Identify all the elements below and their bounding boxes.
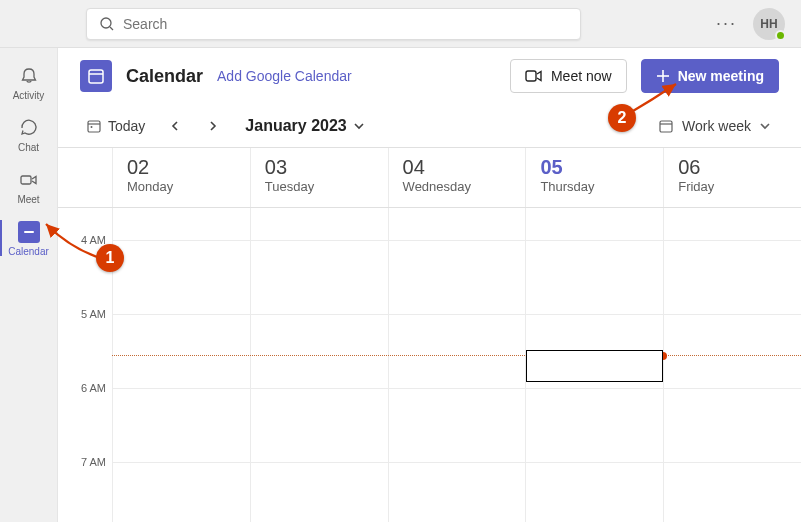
avatar-initials: HH <box>760 17 777 31</box>
chevron-right-icon <box>207 120 219 132</box>
new-meeting-label: New meeting <box>678 68 764 84</box>
new-meeting-button[interactable]: New meeting <box>641 59 779 93</box>
day-col-tue[interactable] <box>250 208 388 522</box>
page-header: Calendar Add Google Calendar Meet now Ne… <box>58 48 801 104</box>
day-number: 04 <box>403 156 512 179</box>
search-input[interactable] <box>123 16 568 32</box>
time-label: 6 AM <box>81 382 106 394</box>
day-name: Wednesday <box>403 179 512 194</box>
day-number: 02 <box>127 156 236 179</box>
svg-rect-2 <box>21 176 31 184</box>
meet-now-label: Meet now <box>551 68 612 84</box>
day-number: 05 <box>540 156 649 179</box>
svg-rect-5 <box>526 71 536 81</box>
calendar-app-icon <box>80 60 112 92</box>
view-picker[interactable]: Work week <box>650 114 779 138</box>
time-label: 5 AM <box>81 308 106 320</box>
svg-rect-3 <box>89 70 103 83</box>
time-label: 7 AM <box>81 456 106 468</box>
day-columns <box>112 208 801 522</box>
rail-item-label: Activity <box>13 90 45 101</box>
chevron-down-icon <box>759 120 771 132</box>
today-button[interactable]: Today <box>80 114 151 138</box>
view-label: Work week <box>682 118 751 134</box>
rail-item-chat[interactable]: Chat <box>0 108 57 160</box>
svg-point-0 <box>101 18 111 28</box>
day-col-wed[interactable] <box>388 208 526 522</box>
month-label: January 2023 <box>245 117 346 135</box>
day-number: 06 <box>678 156 787 179</box>
presence-available-icon <box>775 30 786 41</box>
day-col-thu[interactable] <box>525 208 663 522</box>
day-header-wed[interactable]: 04Wednesday <box>388 148 526 207</box>
day-header-thu[interactable]: 05Thursday <box>525 148 663 207</box>
chevron-down-icon <box>353 120 365 132</box>
video-icon <box>17 168 41 192</box>
search-icon <box>99 16 115 32</box>
rail-item-calendar[interactable]: Calendar <box>0 212 57 264</box>
annotation-badge-1: 1 <box>96 244 124 272</box>
rail-item-activity[interactable]: Activity <box>0 56 57 108</box>
svg-point-10 <box>91 126 93 128</box>
svg-line-1 <box>110 27 113 30</box>
meet-now-button[interactable]: Meet now <box>510 59 627 93</box>
search-box[interactable] <box>86 8 581 40</box>
plus-icon <box>656 69 670 83</box>
current-time-indicator <box>112 355 801 356</box>
calendar-grid[interactable]: 4 AM 5 AM 6 AM 7 AM 8 AM <box>58 208 801 522</box>
day-name: Monday <box>127 179 236 194</box>
svg-rect-8 <box>88 121 100 132</box>
selected-timeslot[interactable] <box>526 350 663 382</box>
day-header-tue[interactable]: 03Tuesday <box>250 148 388 207</box>
app-rail: Activity Chat Meet Calendar <box>0 48 58 522</box>
today-label: Today <box>108 118 145 134</box>
day-name: Tuesday <box>265 179 374 194</box>
top-bar: ··· HH <box>0 0 801 48</box>
more-icon[interactable]: ··· <box>716 13 737 34</box>
video-icon <box>525 69 543 83</box>
chevron-left-icon <box>169 120 181 132</box>
bell-icon <box>17 64 41 88</box>
calendar-toolbar: Today January 2023 Work week <box>58 104 801 148</box>
next-button[interactable] <box>199 112 227 140</box>
avatar[interactable]: HH <box>753 8 785 40</box>
day-name: Friday <box>678 179 787 194</box>
svg-rect-11 <box>660 121 672 132</box>
time-label: 4 AM <box>81 234 106 246</box>
day-number: 03 <box>265 156 374 179</box>
calendar-today-icon <box>86 118 102 134</box>
day-name: Thursday <box>540 179 649 194</box>
rail-item-meet[interactable]: Meet <box>0 160 57 212</box>
month-picker[interactable]: January 2023 <box>245 117 364 135</box>
chat-icon <box>17 116 41 140</box>
rail-item-label: Calendar <box>8 246 49 257</box>
calendar-icon <box>17 220 41 244</box>
day-headers: 02Monday 03Tuesday 04Wednesday 05Thursda… <box>58 148 801 208</box>
rail-item-label: Meet <box>17 194 39 205</box>
annotation-badge-2: 2 <box>608 104 636 132</box>
prev-button[interactable] <box>161 112 189 140</box>
rail-item-label: Chat <box>18 142 39 153</box>
day-col-mon[interactable] <box>112 208 250 522</box>
day-header-mon[interactable]: 02Monday <box>112 148 250 207</box>
page-title: Calendar <box>126 66 203 87</box>
calendar-view-icon <box>658 118 674 134</box>
day-col-fri[interactable] <box>663 208 801 522</box>
day-header-fri[interactable]: 06Friday <box>663 148 801 207</box>
main: Calendar Add Google Calendar Meet now Ne… <box>58 48 801 522</box>
add-google-calendar-link[interactable]: Add Google Calendar <box>217 68 352 84</box>
